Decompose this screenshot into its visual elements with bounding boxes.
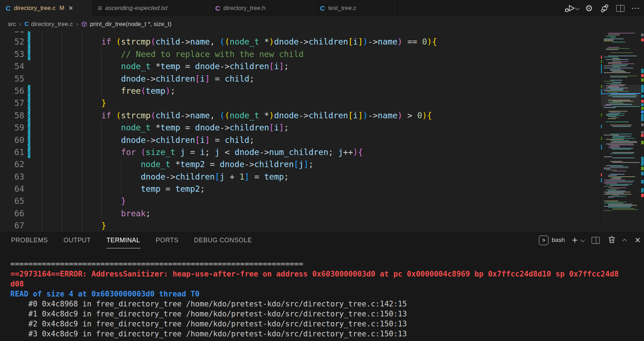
line-number: 65 (0, 195, 24, 207)
panel-tab-output[interactable]: OUTPUT (63, 231, 91, 248)
close-tab-icon[interactable]: × (68, 5, 73, 12)
terminal-dropdown-chevron-icon[interactable] (581, 237, 585, 242)
code-line-58: 58 if (strcmp(child->name, ((node_t *)dn… (0, 109, 601, 122)
line-number: 56 (0, 85, 24, 97)
code-line-64: 64 temp = temp2; (0, 183, 601, 195)
code-line-53: 53 // Need to replace with the new child (0, 48, 601, 60)
code-line-66: 66 break; (0, 207, 601, 219)
tab-label: directory_tree.c (14, 5, 56, 12)
code-editor[interactable]: 5152 if (strcmp(child->name, ((node_t *)… (0, 31, 644, 231)
code-text: dnode->children[j + 1] = temp; (42, 171, 289, 183)
line-number: 53 (0, 48, 24, 60)
code-line-63: 63 dnode->children[j + 1] = temp; (0, 171, 601, 183)
code-line-55: 55 dnode->children[i] = child; (0, 73, 601, 85)
git-modified-gutter-indicator (28, 31, 30, 36)
terminal-line: READ of size 4 at 0x6030000003d0 thread … (10, 289, 620, 299)
minimap-cursor-line (601, 93, 641, 94)
breadcrumb-label: src (8, 21, 16, 28)
breadcrumb: src›Cdirectory_tree.c›print_dir_tree(nod… (0, 17, 644, 31)
line-number: 60 (0, 134, 24, 146)
code-text: for (size_t j = i; j < dnode->num_childr… (42, 146, 363, 158)
code-line-59: 59 node_t *temp = dnode->children[i]; (0, 122, 601, 134)
tab-label: test_tree.c (328, 5, 356, 12)
breadcrumb-item-src[interactable]: src (8, 21, 16, 28)
split-terminal-icon[interactable] (592, 237, 600, 244)
more-actions-icon[interactable]: ⋯ (631, 3, 640, 13)
git-modified-gutter-indicator (28, 97, 30, 109)
code-text: dnode->children[i] = child; (42, 134, 254, 146)
git-modified-gutter-indicator (28, 109, 30, 122)
line-number: 58 (0, 109, 24, 122)
breadcrumb-item-directory-tree-c[interactable]: Cdirectory_tree.c (25, 21, 73, 28)
breadcrumb-separator-icon: › (19, 20, 21, 28)
minimap[interactable] (601, 31, 641, 231)
git-modified-gutter-indicator (28, 48, 30, 60)
editor-actions: ⚙ ⋯ (565, 0, 640, 16)
panel-tab-terminal[interactable]: TERMINAL (106, 231, 140, 248)
code-line-51: 51 (0, 31, 601, 36)
new-terminal-button[interactable]: + (572, 237, 578, 244)
terminal-line: #1 0x4c8dc9 in free_directory_tree /home… (10, 309, 620, 319)
code-text: break; (42, 207, 151, 219)
vscode-window: Cdirectory_tree.cM×≡ascending-expected.t… (0, 0, 644, 341)
line-number: 64 (0, 183, 24, 195)
code-text: node_t *temp = dnode->children[i]; (42, 122, 289, 134)
git-modified-gutter-indicator (28, 122, 30, 134)
terminal-shell-label[interactable]: bash (552, 237, 565, 244)
compare-changes-icon[interactable] (600, 4, 609, 13)
panel-tab-ports[interactable]: PORTS (155, 231, 179, 248)
breadcrumb-item-print-dir-tree-node-t-size-t[interactable]: print_dir_tree(node_t *, size_t) (81, 21, 171, 28)
line-number: 66 (0, 207, 24, 219)
line-number: 61 (0, 146, 24, 158)
code-lines: 5152 if (strcmp(child->name, ((node_t *)… (0, 31, 601, 231)
code-text: free(temp); (42, 85, 175, 97)
c-file-icon: C (6, 5, 11, 12)
run-dropdown-chevron-icon[interactable] (575, 5, 579, 10)
tab-label: ascending-expected.txt (105, 5, 168, 12)
breadcrumb-separator-icon: › (76, 20, 78, 28)
code-line-67: 67 } (0, 219, 601, 231)
maximize-panel-chevron-icon[interactable] (622, 239, 627, 243)
code-line-54: 54 node_t *temp = dnode->children[i]; (0, 60, 601, 72)
terminal-line: ==2973164==ERROR: AddressSanitizer: heap… (10, 269, 620, 289)
line-number: 51 (0, 31, 24, 36)
code-text: if (strcmp(child->name, ((node_t *)dnode… (42, 36, 437, 48)
code-text: // Need to replace with the new child (42, 48, 304, 60)
kill-terminal-icon[interactable] (608, 236, 616, 245)
tab-ascending-expected-txt[interactable]: ≡ascending-expected.txt (92, 0, 210, 16)
git-modified-gutter-indicator (28, 134, 30, 146)
settings-gear-icon[interactable]: ⚙ (585, 3, 593, 14)
c-file-icon: C (215, 5, 220, 12)
tab-test-tree-c[interactable]: Ctest_tree.c (314, 0, 395, 16)
code-line-52: 52 if (strcmp(child->name, ((node_t *)dn… (0, 36, 601, 48)
terminal-shell-icon: > (539, 236, 548, 245)
terminal-output[interactable]: ========================================… (10, 259, 620, 341)
text-file-icon: ≡ (98, 5, 102, 11)
run-or-debug-button[interactable] (565, 4, 578, 13)
git-modified-gutter-indicator (28, 36, 30, 48)
tab-directory-tree-c[interactable]: Cdirectory_tree.cM× (0, 0, 92, 17)
line-number: 63 (0, 171, 24, 183)
terminal-line: #3 0x4c8dc9 in free_directory_tree /home… (10, 329, 620, 339)
line-number: 59 (0, 122, 24, 134)
c-file-icon: C (25, 21, 29, 27)
line-number: 67 (0, 219, 24, 231)
line-number: 52 (0, 36, 24, 48)
close-panel-icon[interactable]: × (635, 237, 640, 244)
panel-actions: > bash + × (539, 231, 640, 249)
code-text: node_t *temp = dnode->children[i]; (42, 60, 289, 72)
code-text: if (strcmp(child->name, ((node_t *)dnode… (42, 109, 432, 122)
split-editor-icon[interactable] (616, 5, 624, 12)
code-line-65: 65 } (0, 195, 601, 207)
code-text: dnode->children[i] = child; (42, 73, 254, 85)
code-text: } (42, 195, 126, 207)
line-number: 55 (0, 73, 24, 85)
git-modified-gutter-indicator (28, 146, 30, 158)
panel-tabs: PROBLEMSOUTPUTTERMINALPORTSDEBUG CONSOLE (11, 231, 267, 248)
panel-tab-debug-console[interactable]: DEBUG CONSOLE (194, 231, 252, 248)
editor-tabs: Cdirectory_tree.cM×≡ascending-expected.t… (0, 0, 395, 16)
tab-directory-tree-h[interactable]: Cdirectory_tree.h (210, 0, 314, 16)
overview-ruler (641, 31, 644, 231)
line-number: 57 (0, 97, 24, 109)
panel-tab-problems[interactable]: PROBLEMS (11, 231, 48, 248)
